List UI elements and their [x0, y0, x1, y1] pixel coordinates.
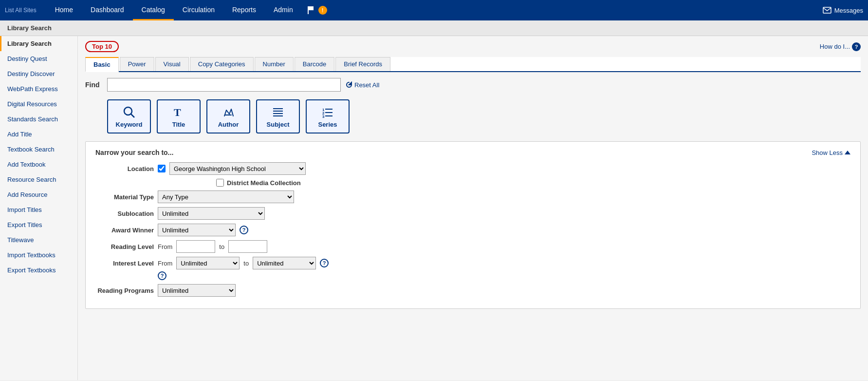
reading-level-to-input[interactable]: [228, 240, 267, 253]
reading-programs-label: Reading Programs: [95, 287, 154, 294]
narrow-panel: Narrow your search to... Show Less Locat…: [85, 141, 861, 309]
district-media-row: District Media Collection: [216, 179, 850, 187]
tab-brief-records[interactable]: Brief Records: [335, 57, 390, 71]
nav-links: Home Dashboard Catalog Circulation Repor…: [46, 0, 823, 20]
reading-programs-select[interactable]: Unlimited: [158, 284, 236, 297]
sidebar-item-export-textbooks[interactable]: Export Textbooks: [0, 263, 77, 278]
award-winner-row: Award Winner Unlimited ?: [95, 224, 850, 236]
narrow-title: Narrow your search to...: [95, 149, 173, 156]
tab-visual[interactable]: Visual: [155, 57, 189, 71]
interest-level-row: Interest Level From Unlimited to Unlimit…: [95, 257, 850, 269]
subject-button[interactable]: Subject: [256, 99, 300, 133]
location-label: Location: [95, 165, 154, 172]
location-row: Location George Washington High School: [95, 162, 850, 175]
sidebar-item-library-search[interactable]: Library Search: [0, 36, 77, 51]
how-do-i-link[interactable]: How do I... ?: [820, 42, 861, 51]
narrow-header: Narrow your search to... Show Less: [95, 149, 850, 156]
tab-power[interactable]: Power: [120, 57, 154, 71]
sidebar-item-import-titles[interactable]: Import Titles: [0, 202, 77, 217]
interest-level-to-select[interactable]: Unlimited: [253, 257, 316, 269]
breadcrumb: Library Search: [0, 20, 868, 36]
top10-badge[interactable]: Top 10: [85, 41, 119, 52]
tab-copy-categories[interactable]: Copy Categories: [190, 57, 254, 71]
sidebar-item-import-textbooks[interactable]: Import Textbooks: [0, 248, 77, 263]
sublocation-select[interactable]: Unlimited: [158, 207, 265, 220]
tab-number[interactable]: Number: [255, 57, 294, 71]
reading-programs-row: Reading Programs Unlimited: [95, 284, 850, 297]
sublocation-row: Sublocation Unlimited: [95, 207, 850, 220]
interest-level-label: Interest Level: [95, 260, 154, 267]
award-winner-label: Award Winner: [95, 227, 154, 234]
award-winner-select[interactable]: Unlimited: [158, 224, 236, 236]
sidebar-item-digital-resources[interactable]: Digital Resources: [0, 96, 77, 112]
series-button[interactable]: 1 2 3 Series: [306, 99, 350, 133]
svg-marker-1: [349, 82, 351, 85]
sidebar-item-titlewave[interactable]: Titlewave: [0, 232, 77, 248]
tab-barcode[interactable]: Barcode: [295, 57, 334, 71]
nav-catalog[interactable]: Catalog: [133, 0, 174, 20]
reading-level-to-label: to: [219, 243, 224, 250]
messages-link[interactable]: Messages: [823, 7, 863, 14]
svg-text:3: 3: [322, 114, 325, 119]
interest-level-from-label: From: [158, 260, 172, 267]
sidebar-item-destiny-discover[interactable]: Destiny Discover: [0, 66, 77, 81]
svg-marker-15: [845, 151, 850, 154]
find-label: Find: [85, 81, 102, 89]
interest-level-from-select[interactable]: Unlimited: [176, 257, 240, 269]
nav-admin[interactable]: Admin: [265, 0, 302, 20]
sidebar-item-add-resource[interactable]: Add Resource: [0, 187, 77, 202]
tab-basic[interactable]: Basic: [85, 57, 119, 72]
content-top-row: Top 10 How do I... ?: [85, 41, 861, 52]
reading-level-label: Reading Level: [95, 243, 154, 250]
sidebar-item-export-titles[interactable]: Export Titles: [0, 217, 77, 232]
award-winner-help-icon[interactable]: ?: [240, 226, 248, 234]
main-layout: Library Search Destiny Quest Destiny Dis…: [0, 36, 868, 380]
sidebar-item-standards-search[interactable]: Standards Search: [0, 112, 77, 127]
sidebar-item-add-textbook[interactable]: Add Textbook: [0, 157, 77, 172]
sidebar-item-textbook-search[interactable]: Textbook Search: [0, 142, 77, 157]
svg-text:T: T: [174, 106, 181, 118]
nav-circulation[interactable]: Circulation: [174, 0, 223, 20]
interest-level-help-icon[interactable]: ?: [320, 259, 329, 267]
nav-reports[interactable]: Reports: [223, 0, 265, 20]
reading-level-from-input[interactable]: [176, 240, 215, 253]
sidebar-item-destiny-quest[interactable]: Destiny Quest: [0, 51, 77, 66]
find-input[interactable]: [107, 78, 341, 92]
reading-level-row: Reading Level From to: [95, 240, 850, 253]
interest-level-help-icon2[interactable]: ?: [158, 271, 166, 280]
sublocation-label: Sublocation: [95, 210, 154, 217]
sidebar-item-resource-search[interactable]: Resource Search: [0, 172, 77, 187]
author-button[interactable]: Author: [206, 99, 250, 133]
flag-badge: !: [318, 6, 327, 15]
interest-level-to-label: to: [243, 260, 249, 267]
nav-dashboard[interactable]: Dashboard: [82, 0, 133, 20]
reset-all-button[interactable]: Reset All: [346, 81, 379, 89]
sidebar-item-add-title[interactable]: Add Title: [0, 127, 77, 142]
material-type-select[interactable]: Any Type Book Periodical Audio Video: [158, 190, 294, 203]
show-less-button[interactable]: Show Less: [812, 149, 850, 156]
svg-rect-0: [823, 7, 831, 13]
nav-home[interactable]: Home: [46, 0, 82, 20]
title-button[interactable]: T Title: [157, 99, 201, 133]
list-all-sites[interactable]: List All Sites: [5, 7, 37, 14]
search-type-buttons: Keyword T Title Author: [107, 99, 861, 133]
flag-notification[interactable]: !: [307, 5, 327, 15]
sidebar: Library Search Destiny Quest Destiny Dis…: [0, 36, 78, 380]
top-nav: List All Sites Home Dashboard Catalog Ci…: [0, 0, 868, 20]
interest-level-row2: ?: [154, 271, 850, 280]
location-select[interactable]: George Washington High School: [169, 162, 306, 175]
content-area: Top 10 How do I... ? Basic Power Visual …: [78, 36, 868, 380]
keyword-button[interactable]: Keyword: [107, 99, 151, 133]
sidebar-item-webpath-express[interactable]: WebPath Express: [0, 81, 77, 96]
find-row: Find Reset All: [85, 78, 861, 92]
material-type-label: Material Type: [95, 193, 154, 201]
location-checkbox[interactable]: [158, 165, 166, 172]
svg-line-3: [131, 114, 134, 117]
reading-level-from-label: From: [158, 243, 172, 250]
district-media-label: District Media Collection: [227, 179, 301, 187]
help-icon: ?: [852, 42, 861, 51]
material-type-row: Material Type Any Type Book Periodical A…: [95, 190, 850, 203]
search-tabs: Basic Power Visual Copy Categories Numbe…: [85, 57, 861, 72]
svg-point-2: [124, 107, 132, 115]
district-media-checkbox[interactable]: [216, 179, 224, 187]
